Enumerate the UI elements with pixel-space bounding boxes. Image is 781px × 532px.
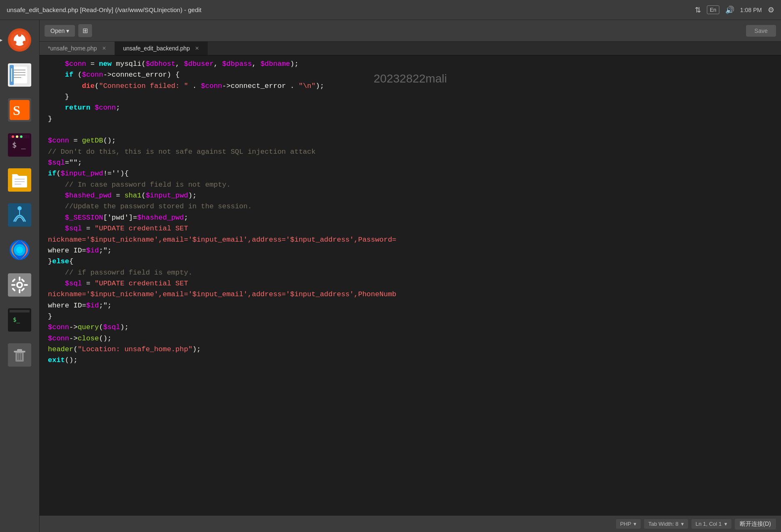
tab-close-unsafe-edit-backend[interactable]: ✕	[195, 45, 199, 51]
sidebar-item-ubuntu[interactable]	[3, 23, 36, 57]
svg-point-4	[23, 41, 26, 44]
files-icon	[8, 168, 31, 192]
clock: 1:08 PM	[740, 7, 762, 13]
sublime-icon: S	[8, 98, 31, 122]
tab-close-unsafe-home[interactable]: ✕	[102, 45, 106, 51]
language-dropdown-icon: ▾	[634, 521, 636, 527]
svg-point-3	[13, 41, 17, 44]
sidebar-item-terminal2[interactable]: $_	[3, 303, 36, 337]
title-bar-left: unsafe_edit_backend.php [Read-Only] (/va…	[7, 6, 202, 13]
open-label: Open	[50, 27, 65, 34]
window-title: unsafe_edit_backend.php [Read-Only] (/va…	[7, 6, 202, 13]
sidebar-item-trash[interactable]	[3, 338, 36, 372]
trash-icon	[8, 343, 31, 367]
tabs-bar: *unsafe_home.php ✕ unsafe_edit_backend.p…	[40, 42, 781, 55]
firefox-icon	[8, 238, 31, 262]
sort-icon: ⇅	[695, 5, 701, 15]
settings-icon	[8, 273, 31, 297]
tab-label-unsafe-home: *unsafe_home.php	[48, 45, 97, 52]
tab-width-label: Tab Width: 8	[648, 521, 678, 527]
svg-rect-49	[17, 349, 22, 352]
disconnect-button[interactable]: 断开连接(D)	[735, 519, 776, 530]
terminal2-icon: $_	[8, 308, 31, 332]
cursor-position[interactable]: Ln 1, Col 1 ▾	[691, 519, 731, 529]
sidebar-item-text-editor[interactable]	[3, 58, 36, 92]
save-button[interactable]: Save	[746, 25, 776, 37]
terminal-red-icon: $ _	[8, 133, 31, 157]
svg-point-2	[18, 33, 21, 37]
toolbar: Open ▾ ⊞ Save	[40, 20, 781, 42]
status-bar: PHP ▾ Tab Width: 8 ▾ Ln 1, Col 1 ▾ 断开连接(…	[40, 515, 781, 532]
sidebar-item-terminal-red[interactable]: $ _	[3, 128, 36, 162]
svg-rect-38	[24, 284, 28, 286]
settings-menu-icon[interactable]: ⚙	[768, 5, 774, 15]
editor-area: Open ▾ ⊞ Save *unsafe_home.php ✕ unsafe_…	[40, 20, 781, 532]
position-dropdown-icon: ▾	[724, 521, 727, 527]
language-selector[interactable]: PHP ▾	[616, 519, 641, 529]
sidebar-item-firefox[interactable]	[3, 233, 36, 267]
sidebar: S $ _	[0, 20, 40, 532]
ubuntu-icon	[8, 28, 31, 52]
title-bar: unsafe_edit_backend.php [Read-Only] (/va…	[0, 0, 781, 20]
sidebar-item-settings[interactable]	[3, 268, 36, 302]
tab-label-unsafe-edit-backend: unsafe_edit_backend.php	[123, 45, 190, 52]
title-bar-right: ⇅ En 🔊 1:08 PM ⚙	[695, 5, 774, 15]
open-dropdown-icon: ▾	[66, 27, 69, 34]
tab-width-selector[interactable]: Tab Width: 8 ▾	[644, 519, 688, 529]
code-content: $conn = new mysqli($dbhost, $dbuser, $db…	[40, 59, 781, 366]
new-tab-button[interactable]: ⊞	[78, 24, 92, 37]
tab-unsafe-edit-backend[interactable]: unsafe_edit_backend.php ✕	[115, 42, 208, 55]
main-layout: S $ _	[0, 20, 781, 532]
svg-point-27	[17, 206, 22, 210]
text-editor-icon	[8, 63, 31, 87]
disconnect-label: 断开连接(D)	[740, 520, 771, 527]
sidebar-item-wireshark[interactable]	[3, 198, 36, 232]
svg-point-19	[16, 135, 18, 138]
svg-rect-45	[10, 310, 30, 312]
wireshark-icon	[8, 203, 31, 227]
svg-text:S: S	[13, 103, 20, 118]
position-label: Ln 1, Col 1	[696, 521, 722, 527]
svg-text:$_: $_	[13, 316, 20, 323]
sidebar-item-sublime[interactable]: S	[3, 93, 36, 127]
code-area[interactable]: 20232822mali $conn = new mysqli($dbhost,…	[40, 55, 781, 515]
tab-unsafe-home[interactable]: *unsafe_home.php ✕	[40, 42, 115, 55]
svg-point-18	[12, 135, 14, 138]
open-button[interactable]: Open ▾	[45, 25, 75, 37]
svg-point-31	[16, 247, 23, 253]
tab-width-dropdown-icon: ▾	[681, 521, 684, 527]
svg-text:$ _: $ _	[12, 140, 26, 149]
svg-rect-37	[11, 284, 15, 286]
volume-icon: 🔊	[725, 5, 734, 15]
svg-rect-36	[19, 289, 20, 293]
language-label: PHP	[620, 521, 631, 527]
svg-point-20	[20, 135, 22, 138]
sidebar-item-files[interactable]	[3, 163, 36, 197]
svg-rect-35	[19, 277, 20, 281]
svg-point-34	[18, 283, 21, 287]
lang-indicator: En	[707, 5, 719, 14]
